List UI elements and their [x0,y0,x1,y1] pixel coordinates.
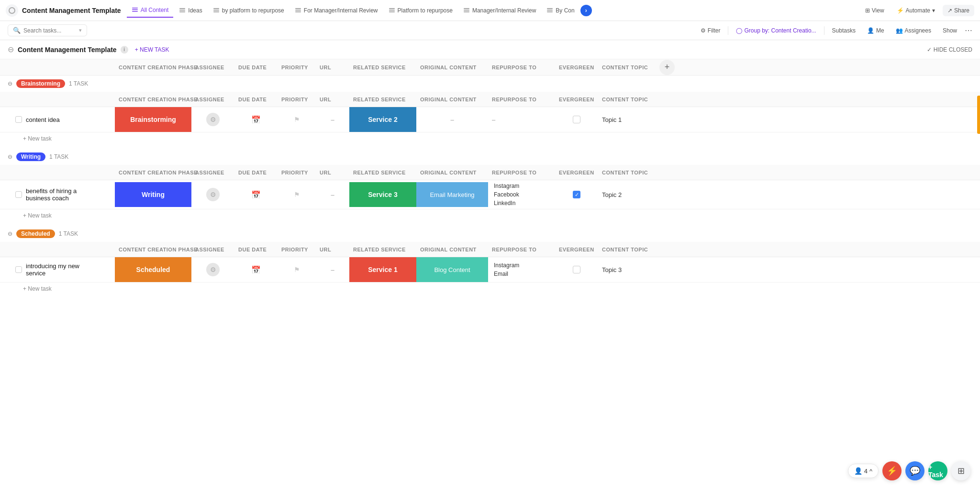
task-evergreen-3[interactable] [555,266,598,273]
search-dropdown-icon[interactable]: ▾ [79,27,82,33]
new-task-button[interactable]: + NEW TASK [132,45,172,54]
list-info-icon[interactable]: i [121,46,128,54]
col-header-content-phase: CONTENT CREATION PHASE [115,65,191,70]
task-repurpose-1: – [488,114,555,125]
task-repurpose-3: Instagram Email [488,260,555,280]
automate-button[interactable]: ⚡ Automate ▾ [892,5,940,16]
task-left-3: introducing my new service ≡ [0,257,115,282]
task-priority-3[interactable]: ⚑ [278,266,316,273]
service-badge-3: Service 1 [349,257,416,282]
group-col-repurpose-to: REPURPOSE TO [488,97,555,102]
more-tabs-button[interactable]: › [580,5,592,16]
search-input[interactable] [23,27,76,34]
group-header-writing[interactable]: ⊖ Writing 1 TASK [0,149,980,165]
more-options-icon[interactable]: ⋯ [965,26,972,35]
collapse-list-icon[interactable]: ⊖ [8,45,14,54]
group-col-priority: PRIORITY [278,97,316,102]
task-checkbox-2[interactable] [15,191,22,198]
group-badge-writing: Writing [16,152,45,161]
task-phase-1: Brainstorming [115,107,191,132]
task-due-date-1[interactable]: 📅 [234,115,278,124]
evergreen-checkbox-2[interactable] [573,191,580,198]
toolbar-divider-2 [824,26,824,35]
side-accent [977,96,980,134]
evergreen-checkbox-3[interactable] [573,266,580,273]
svg-rect-16 [464,10,469,11]
group-header-brainstorming[interactable]: ⊖ Brainstorming 1 TASK [0,76,980,92]
group-badge-scheduled: Scheduled [16,229,55,238]
tab-ideas[interactable]: Ideas [174,3,207,18]
assignees-button[interactable]: 👥 Assignees [892,25,935,36]
evergreen-checkbox-1[interactable] [573,116,580,123]
task-service-2: Service 3 [349,182,416,207]
group-chevron-brainstorming: ⊖ [8,80,12,87]
nav-tabs: All Content Ideas by platform to repurpo… [127,3,858,18]
task-checkbox-3[interactable] [15,266,22,273]
original-badge-3: Blog Content [416,257,488,282]
svg-rect-12 [389,8,395,9]
list-icon-review [463,7,470,14]
new-task-brainstorming[interactable]: + New task [0,132,980,145]
column-headers: CONTENT CREATION PHASE ASSIGNEE DUE DATE… [0,59,980,76]
svg-rect-18 [547,8,553,9]
hide-closed-button[interactable]: ✓ HIDE CLOSED [927,46,972,53]
task-original-2: Email Marketing [416,182,488,207]
svg-rect-20 [547,11,553,12]
group-header-scheduled[interactable]: ⊖ Scheduled 1 TASK [0,226,980,242]
search-icon: 🔍 [13,27,21,34]
filter-button[interactable]: ⚙ Filter [697,25,724,36]
task-due-date-3[interactable]: 📅 [234,265,278,274]
list-icon-con [546,7,553,14]
group-col-assignee: ASSIGNEE [191,97,234,102]
task-left-2: benefits of hiring a business coach ≡ [0,180,115,209]
task-assignee-2[interactable]: ⚙ [191,188,234,201]
repurpose-tag-instagram-2: Instagram [492,182,551,190]
col-header-url: URL [316,65,349,70]
tab-all-content[interactable]: All Content [127,3,174,18]
task-cols-2: Writing ⚙ 📅 ⚑ – Service 3 [115,180,980,209]
task-phase-2: Writing [115,182,191,207]
group-col-related-service: RELATED SERVICE [349,97,416,102]
task-assignee-3[interactable]: ⚙ [191,263,234,276]
nav-actions: ⊞ View ⚡ Automate ▾ ↗ Share [860,5,974,16]
tab-by-con[interactable]: By Con [542,3,579,18]
group-count-scheduled: 1 TASK [59,230,78,237]
show-button[interactable]: Show [939,25,961,36]
add-column-button[interactable]: + [659,60,675,75]
task-evergreen-1[interactable] [555,116,598,123]
svg-rect-5 [179,11,185,12]
service-badge-2: Service 3 [349,182,416,207]
toolbar: 🔍 ▾ ⚙ Filter ◯ Group by: Content Creatio… [0,21,980,40]
tab-platform-repurpose[interactable]: Platform to repurpose [384,3,457,18]
task-service-1: Service 2 [349,107,416,132]
task-due-date-2[interactable]: 📅 [234,190,278,199]
task-priority-2[interactable]: ⚑ [278,191,316,198]
task-checkbox-1[interactable] [15,116,22,123]
flag-icon-2: ⚑ [294,191,300,198]
task-evergreen-2[interactable] [555,191,598,198]
view-button[interactable]: ⊞ View [860,5,889,16]
share-button[interactable]: ↗ Share [943,5,974,16]
group-col-headers-writing: CONTENT CREATION PHASE ASSIGNEE DUE DATE… [0,165,980,180]
tab-by-platform[interactable]: by platform to repurpose [208,3,289,18]
task-name-1: content idea [26,116,99,123]
col-header-priority: PRIORITY [278,65,316,70]
new-task-scheduled[interactable]: + New task [0,283,980,295]
search-box[interactable]: 🔍 ▾ [8,24,87,36]
new-task-writing[interactable]: + New task [0,209,980,222]
tab-for-manager[interactable]: For Manager/Internal Review [290,3,383,18]
list-icon [132,7,138,13]
subtasks-button[interactable]: Subtasks [828,25,859,36]
tab-manager-review[interactable]: Manager/Internal Review [458,3,541,18]
task-service-3: Service 1 [349,257,416,282]
svg-rect-17 [464,11,469,12]
list-header: ⊖ Content Management Template i + NEW TA… [0,40,980,59]
group-col-due-date: DUE DATE [234,97,278,102]
task-priority-1[interactable]: ⚑ [278,116,316,123]
phase-badge-2: Writing [115,182,191,207]
group-by-button[interactable]: ◯ Group by: Content Creatio... [732,25,820,36]
svg-rect-11 [295,11,301,12]
me-button[interactable]: 👤 Me [863,25,888,36]
task-assignee-1[interactable]: ⚙ [191,113,234,126]
col-header-original-content: ORIGINAL CONTENT [416,65,488,70]
